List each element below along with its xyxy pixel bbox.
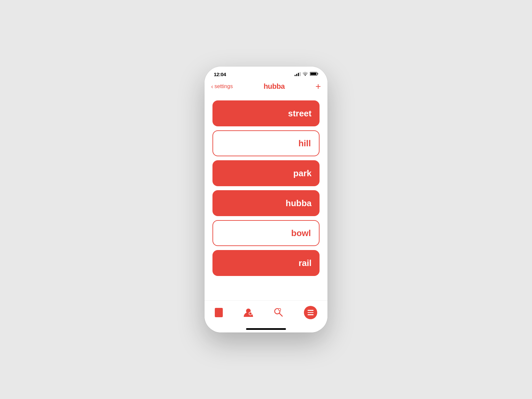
main-content: streethillparkhubbabowlrail (204, 95, 328, 300)
item-label-street: street (288, 108, 312, 119)
chevron-left-icon: ‹ (211, 83, 213, 90)
add-button[interactable]: + (316, 82, 321, 91)
svg-rect-1 (311, 73, 317, 75)
wifi-icon (303, 71, 308, 77)
page-title: hubba (264, 82, 285, 91)
tab-bar (204, 300, 328, 323)
item-label-rail: rail (299, 258, 312, 268)
svg-line-7 (279, 313, 282, 316)
item-label-bowl: bowl (291, 228, 311, 238)
menu-icon (304, 306, 317, 319)
home-indicator (204, 323, 328, 332)
item-label-hubba: hubba (286, 198, 312, 208)
search-icon (274, 308, 283, 318)
tab-person[interactable] (240, 306, 257, 319)
status-time: 12:04 (214, 71, 226, 77)
item-label-park: park (293, 168, 312, 179)
svg-point-10 (279, 309, 281, 311)
back-button[interactable]: ‹ settings (211, 83, 233, 90)
battery-icon (310, 71, 318, 77)
back-label: settings (214, 83, 233, 89)
status-icons (295, 71, 318, 77)
list-item-hill[interactable]: hill (212, 130, 320, 156)
menu-line-2 (308, 312, 314, 313)
tab-stop[interactable] (211, 307, 227, 319)
menu-line-3 (308, 314, 314, 315)
list-item-rail[interactable]: rail (212, 250, 320, 276)
tab-search[interactable] (270, 306, 287, 319)
list-item-park[interactable]: park (212, 160, 320, 186)
svg-point-5 (249, 313, 251, 315)
list-item-bowl[interactable]: bowl (212, 220, 320, 246)
stop-icon (215, 308, 223, 317)
menu-line-1 (308, 310, 314, 311)
item-label-hill: hill (298, 138, 311, 149)
nav-bar: ‹ settings hubba + (204, 79, 328, 95)
hamburger-lines (308, 310, 314, 315)
status-bar: 12:04 (204, 66, 328, 79)
signal-icon (295, 72, 301, 76)
home-indicator-bar (246, 328, 286, 330)
list-item-hubba[interactable]: hubba (212, 190, 320, 216)
list-item-street[interactable]: street (212, 100, 320, 126)
person-icon (244, 308, 253, 318)
phone-shell: 12:04 (204, 66, 328, 332)
tab-menu[interactable] (300, 305, 321, 321)
